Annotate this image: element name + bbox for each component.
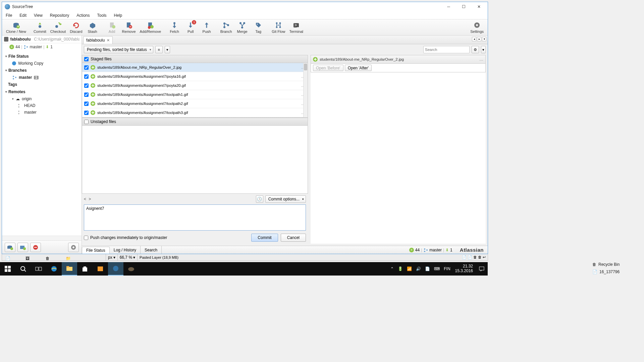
staged-scrollbar[interactable] bbox=[303, 63, 308, 117]
open-before-button[interactable]: Open 'Before' bbox=[313, 65, 343, 71]
lang-indicator[interactable]: FIN bbox=[444, 266, 450, 271]
cancel-button[interactable]: Cancel bbox=[281, 234, 306, 242]
merge-button[interactable]: Merge bbox=[234, 21, 250, 34]
open-after-button[interactable]: Open 'After' bbox=[345, 65, 372, 71]
commit-message-input[interactable] bbox=[84, 204, 306, 231]
start-button[interactable] bbox=[0, 262, 15, 276]
clock[interactable]: 21.32 15.3.2016 bbox=[452, 264, 476, 274]
search-input[interactable] bbox=[425, 48, 474, 52]
menu-edit[interactable]: Edit bbox=[16, 11, 30, 19]
angle-brackets[interactable]: < > bbox=[84, 197, 92, 201]
tree-remote-master[interactable]: master bbox=[2, 109, 82, 116]
file-row[interactable]: students/189/Assignments/Assignment7/too… bbox=[82, 108, 308, 117]
staged-header[interactable]: Staged files bbox=[82, 55, 308, 63]
history-icon[interactable]: 🕓 bbox=[256, 195, 263, 203]
zoom-dropdown[interactable]: 66,7 %▾ bbox=[118, 254, 138, 260]
footer-tab-search[interactable]: Search bbox=[141, 246, 162, 254]
tree-file-status[interactable]: ▾File Status bbox=[2, 53, 82, 60]
terminal-button[interactable]: >_Terminal bbox=[287, 21, 306, 34]
tree-branches[interactable]: ▾Branches bbox=[2, 67, 82, 74]
volume-icon[interactable]: 🔊 bbox=[416, 266, 421, 271]
add-button[interactable]: Add bbox=[104, 21, 120, 34]
checkout-button[interactable]: Checkout bbox=[48, 21, 68, 34]
minimize-button[interactable]: ─ bbox=[441, 3, 456, 10]
tree-remote-head[interactable]: HEAD bbox=[2, 102, 82, 109]
taskview-button[interactable] bbox=[31, 262, 46, 276]
tab-prev[interactable]: ◂ bbox=[472, 37, 476, 41]
side-tool-settings[interactable] bbox=[68, 243, 79, 252]
menu-repository[interactable]: Repository bbox=[46, 11, 73, 19]
tab-next[interactable]: ▸ bbox=[477, 37, 481, 41]
menu-view[interactable]: View bbox=[30, 11, 46, 19]
unstaged-header[interactable]: Unstaged files bbox=[82, 118, 308, 126]
close-button[interactable]: ✕ bbox=[471, 3, 486, 10]
notes-icon[interactable]: 📄 bbox=[425, 266, 430, 271]
keyboard-icon[interactable]: ⌨ bbox=[434, 266, 440, 271]
wifi-icon[interactable]: 📶 bbox=[407, 266, 412, 271]
commit-button[interactable]: Commit bbox=[32, 21, 48, 34]
tree-remote-origin[interactable]: ▾☁origin bbox=[2, 96, 82, 102]
clone-button[interactable]: Clone / New bbox=[4, 21, 28, 34]
discard-button[interactable]: Discard bbox=[68, 21, 84, 34]
menu-file[interactable]: File bbox=[2, 11, 16, 19]
fetch-button[interactable]: Fetch bbox=[166, 21, 182, 34]
sourcetree-button[interactable] bbox=[108, 262, 123, 276]
side-tool-3[interactable] bbox=[30, 243, 41, 252]
maximize-button[interactable]: ☐ bbox=[456, 3, 471, 10]
branch-button[interactable]: Branch bbox=[218, 21, 234, 34]
settings-button[interactable]: Settings bbox=[468, 21, 486, 34]
push-button[interactable]: Push bbox=[199, 21, 215, 34]
tray-up-icon[interactable]: ⌃ bbox=[390, 266, 394, 271]
pending-filter-dropdown[interactable]: Pending files, sorted by file status bbox=[84, 46, 153, 53]
stash-button[interactable]: Stash bbox=[85, 21, 101, 34]
file-row[interactable]: students/189/About-me_NRp_RegularOver_2.… bbox=[82, 63, 308, 72]
tree-tags[interactable]: Tags bbox=[2, 81, 82, 88]
store-button[interactable] bbox=[77, 262, 93, 276]
footer-tab-filestatus[interactable]: File Status bbox=[82, 247, 110, 254]
unit-dropdown[interactable]: px▾ bbox=[106, 254, 118, 260]
tree-working-copy[interactable]: Working Copy bbox=[2, 60, 82, 67]
commit-options-dropdown[interactable]: Commit options... bbox=[265, 195, 306, 203]
unstaged-checkall[interactable] bbox=[84, 120, 89, 124]
diff-settings-menu[interactable]: ▾ bbox=[481, 46, 486, 53]
tree-branch-master[interactable]: master1 bbox=[2, 74, 82, 81]
file-row[interactable]: students/189/Assignments/Assignment7/poy… bbox=[82, 81, 308, 90]
tree-remotes[interactable]: ▾Remotes bbox=[2, 88, 82, 96]
gimp-button[interactable] bbox=[123, 262, 139, 276]
tab-list[interactable]: ▾ bbox=[482, 37, 486, 41]
commit-submit-button[interactable]: Commit bbox=[251, 234, 278, 242]
search-box[interactable]: 🔍 bbox=[423, 46, 470, 53]
desktop-recycle[interactable]: 🗑 Recycle Bin bbox=[592, 261, 643, 268]
battery-icon[interactable]: 🔋 bbox=[398, 266, 403, 271]
menu-help[interactable]: Help bbox=[110, 11, 126, 19]
pull-button[interactable]: 1Pull bbox=[182, 21, 199, 34]
close-tab-icon[interactable]: ✕ bbox=[107, 38, 110, 43]
diff-settings[interactable]: ⚙ bbox=[472, 46, 479, 53]
staged-checkall[interactable] bbox=[84, 57, 89, 61]
search-button[interactable] bbox=[15, 262, 31, 276]
view-dropdown-icon[interactable]: ▾ bbox=[165, 46, 170, 53]
repo-tab[interactable]: fablaboulu✕ bbox=[83, 36, 113, 44]
outlook-button[interactable] bbox=[93, 262, 108, 276]
file-row[interactable]: students/189/Assignments/Assignment7/poy… bbox=[82, 72, 308, 81]
action-center-icon[interactable] bbox=[476, 262, 488, 276]
diff-menu[interactable]: … bbox=[479, 57, 483, 62]
addremove-button[interactable]: Add/Remove bbox=[138, 21, 163, 34]
push-immediate-check[interactable]: Push changes immediately to origin/maste… bbox=[84, 235, 167, 240]
side-tool-2[interactable] bbox=[17, 243, 28, 252]
remove-button[interactable]: Remove bbox=[120, 21, 138, 34]
file-row[interactable]: students/189/Assignments/Assignment7/too… bbox=[82, 99, 308, 108]
tag-button[interactable]: Tag bbox=[250, 21, 266, 34]
desktop-file[interactable]: 📄 16_137796 bbox=[592, 268, 643, 276]
file-row[interactable]: students/189/Assignments/Assignment7/too… bbox=[82, 90, 308, 99]
menu-tools[interactable]: Tools bbox=[94, 11, 110, 19]
footer-tab-log[interactable]: Log / History bbox=[110, 246, 141, 254]
bookmark-bar[interactable]: fablaboulu C:\Users\jpmak_000\fablabc bbox=[2, 36, 82, 43]
menu-actions[interactable]: Actions bbox=[73, 11, 93, 19]
explorer-button[interactable] bbox=[62, 262, 77, 276]
ie-button[interactable] bbox=[46, 262, 62, 276]
gitflow-button[interactable]: Git Flow bbox=[270, 21, 287, 34]
side-tool-1[interactable] bbox=[5, 243, 15, 252]
sidebar-scrollbar[interactable] bbox=[2, 236, 82, 240]
view-list-icon[interactable]: ≡ bbox=[155, 46, 163, 53]
